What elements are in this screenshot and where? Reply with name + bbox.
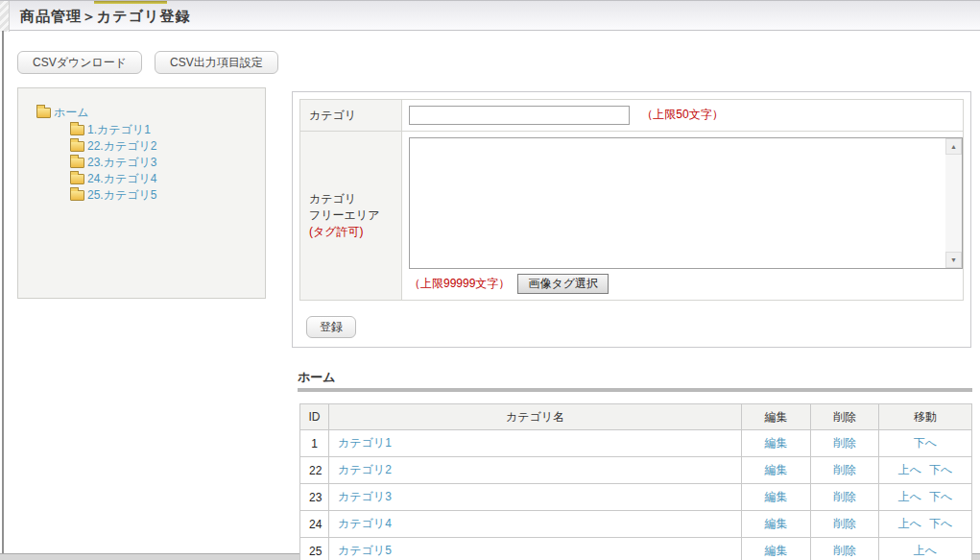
textarea-scrollbar[interactable]: ▲ ▼ <box>945 138 962 268</box>
category-list-table: ID カテゴリ名 編集 削除 移動 1 カテゴリ1 編集 削除 下へ 22 カテ… <box>299 403 972 560</box>
table-row: 22 カテゴリ2 編集 削除 上へ下へ <box>300 457 972 484</box>
cell-id: 23 <box>300 484 329 511</box>
edit-link[interactable]: 編集 <box>765 436 788 450</box>
cell-id: 24 <box>300 511 329 538</box>
list-divider <box>298 388 972 392</box>
category-form-box: カテゴリ （上限50文字） カテゴリ フリーエリア (タグ許可) ▲ ▼ <box>292 91 971 348</box>
cell-delete: 削除 <box>811 430 879 457</box>
folder-icon <box>70 190 84 201</box>
free-area-cell: ▲ ▼ （上限99999文字） 画像タグ選択 <box>402 132 964 301</box>
cell-edit: 編集 <box>742 430 811 457</box>
move-up-link[interactable]: 上へ <box>895 517 925 530</box>
free-area-textarea-wrap: ▲ ▼ <box>409 137 963 269</box>
cell-delete: 削除 <box>811 484 879 511</box>
cell-edit: 編集 <box>742 457 811 484</box>
tree-link-category3[interactable]: 23.カテゴリ3 <box>87 155 156 171</box>
move-up-link[interactable]: 上へ <box>910 544 941 557</box>
cell-name: カテゴリ1 <box>329 430 742 457</box>
delete-link[interactable]: 削除 <box>833 517 856 530</box>
folder-icon <box>70 174 84 184</box>
scroll-up-icon[interactable]: ▲ <box>945 138 962 155</box>
delete-link[interactable]: 削除 <box>833 436 856 450</box>
delete-link[interactable]: 削除 <box>833 544 856 557</box>
csv-toolbar: CSVダウンロード CSV出力項目設定 <box>17 51 278 74</box>
tree-item-category4[interactable]: 24.カテゴリ4 <box>70 171 265 187</box>
delete-link[interactable]: 削除 <box>833 463 856 476</box>
folder-icon <box>70 141 84 152</box>
cell-move: 上へ下へ <box>879 511 972 538</box>
edit-link[interactable]: 編集 <box>765 544 788 557</box>
move-down-link[interactable]: 下へ <box>925 517 956 530</box>
cell-delete: 削除 <box>811 538 879 560</box>
category-name-label: カテゴリ <box>300 100 402 132</box>
tree-item-category2[interactable]: 22.カテゴリ2 <box>70 138 265 155</box>
cell-edit: 編集 <box>742 511 811 538</box>
free-area-tag-note: (タグ許可) <box>309 224 393 240</box>
cell-move: 上へ下へ <box>879 457 972 484</box>
category-name-link[interactable]: カテゴリ5 <box>338 544 392 557</box>
category-name-link[interactable]: カテゴリ3 <box>338 490 392 503</box>
cell-id: 1 <box>300 430 329 457</box>
edit-link[interactable]: 編集 <box>765 517 788 530</box>
edit-link[interactable]: 編集 <box>765 463 788 476</box>
csv-download-button[interactable]: CSVダウンロード <box>17 51 142 74</box>
cell-name: カテゴリ2 <box>329 457 742 484</box>
cell-name: カテゴリ5 <box>329 538 742 560</box>
tree-item-home[interactable]: ホーム <box>36 105 265 121</box>
cell-id: 25 <box>300 538 329 560</box>
table-row: 25 カテゴリ5 編集 削除 上へ <box>300 538 972 560</box>
category-name-link[interactable]: カテゴリ4 <box>338 517 392 530</box>
category-limit-note: （上限50文字） <box>641 108 723 121</box>
cell-delete: 削除 <box>811 457 879 484</box>
scroll-down-icon[interactable]: ▼ <box>945 252 962 268</box>
csv-output-settings-button[interactable]: CSV出力項目設定 <box>155 51 278 74</box>
tree-link-category5[interactable]: 25.カテゴリ5 <box>87 187 156 204</box>
tree-link-category1[interactable]: 1.カテゴリ1 <box>87 122 151 138</box>
tree-link-category2[interactable]: 22.カテゴリ2 <box>87 138 156 155</box>
corner-stripes-decoration <box>0 1 10 32</box>
column-header-delete: 削除 <box>811 404 879 430</box>
column-header-name: カテゴリ名 <box>329 404 742 430</box>
cell-move: 上へ <box>879 538 972 560</box>
free-area-textarea[interactable] <box>410 138 946 268</box>
category-name-link[interactable]: カテゴリ1 <box>338 436 392 450</box>
move-down-link[interactable]: 下へ <box>925 463 956 476</box>
table-row: 24 カテゴリ4 編集 削除 上へ下へ <box>300 511 972 538</box>
move-down-link[interactable]: 下へ <box>925 490 956 503</box>
move-up-link[interactable]: 上へ <box>895 463 925 476</box>
category-name-link[interactable]: カテゴリ2 <box>338 463 392 476</box>
cell-edit: 編集 <box>742 484 811 511</box>
category-name-cell: （上限50文字） <box>402 100 964 132</box>
tree-link-home[interactable]: ホーム <box>54 105 89 121</box>
cell-delete: 削除 <box>811 511 879 538</box>
category-name-input[interactable] <box>409 106 630 125</box>
column-header-move: 移動 <box>879 404 972 430</box>
free-area-label: カテゴリ フリーエリア (タグ許可) <box>300 132 402 301</box>
edit-link[interactable]: 編集 <box>765 490 788 503</box>
delete-link[interactable]: 削除 <box>833 490 856 503</box>
cell-id: 22 <box>300 457 329 484</box>
tree-item-category3[interactable]: 23.カテゴリ3 <box>70 155 265 171</box>
table-row: 23 カテゴリ3 編集 削除 上へ下へ <box>300 484 972 511</box>
cell-move: 上へ下へ <box>879 484 972 511</box>
cell-name: カテゴリ3 <box>329 484 742 511</box>
category-tree-panel: ホーム 1.カテゴリ1 22.カテゴリ2 23.カテゴリ3 24.カテゴリ4 2… <box>17 87 266 299</box>
page-title: 商品管理＞カテゴリ登録 <box>20 8 190 26</box>
tree-link-category4[interactable]: 24.カテゴリ4 <box>87 171 156 187</box>
free-area-label-line2: フリーエリア <box>309 207 393 224</box>
active-tab-accent <box>94 1 167 4</box>
free-area-label-line1: カテゴリ <box>309 191 393 207</box>
list-heading: ホーム <box>298 369 336 386</box>
move-down-link[interactable]: 下へ <box>910 436 941 450</box>
image-tag-select-button[interactable]: 画像タグ選択 <box>517 274 609 294</box>
cell-edit: 編集 <box>742 538 811 560</box>
tree-item-category1[interactable]: 1.カテゴリ1 <box>70 122 265 138</box>
register-button[interactable]: 登録 <box>306 316 356 338</box>
cell-move: 下へ <box>879 430 972 457</box>
folder-icon <box>36 108 51 118</box>
cell-name: カテゴリ4 <box>329 511 742 538</box>
table-row: 1 カテゴリ1 編集 削除 下へ <box>300 430 972 457</box>
move-up-link[interactable]: 上へ <box>895 490 925 503</box>
folder-icon <box>70 125 84 135</box>
tree-item-category5[interactable]: 25.カテゴリ5 <box>70 187 265 204</box>
